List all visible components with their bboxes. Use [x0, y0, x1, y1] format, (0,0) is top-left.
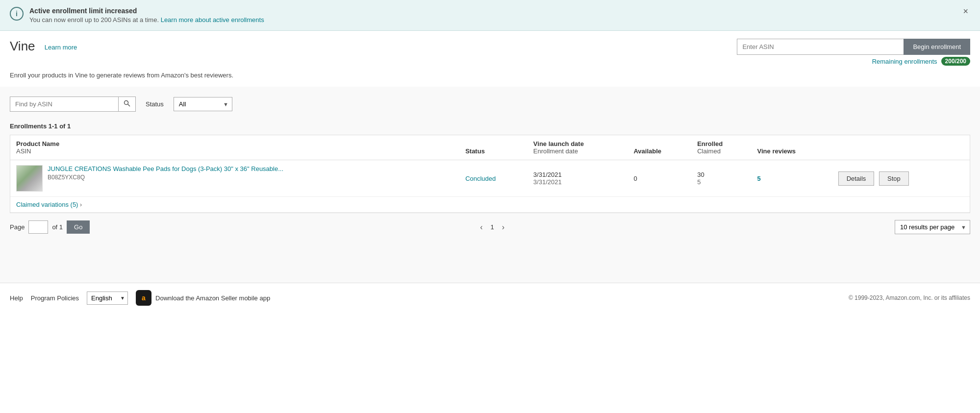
product-name-link[interactable]: JUNGLE CREATIONS Washable Pee Pads for D…	[48, 165, 283, 172]
banner-title: Active enrollment limit increased	[29, 7, 264, 15]
header-right: Begin enrollment Remaining enrollments 2…	[737, 39, 970, 66]
learn-more-link[interactable]: Learn more	[45, 44, 77, 51]
banner-content: i Active enrollment limit increased You …	[10, 7, 264, 24]
claimed-variations-link[interactable]: Claimed variations (5) ›	[16, 201, 82, 208]
header-area: Vine Learn more Begin enrollment Remaini…	[0, 31, 980, 70]
vine-reviews-link[interactable]: 5	[757, 175, 761, 182]
copyright: © 1999-2023, Amazon.com, Inc. or its aff…	[849, 294, 970, 301]
col-product: Product Name ASIN	[10, 135, 459, 160]
col-available: Available	[628, 135, 691, 160]
vine-reviews-cell: 5	[752, 160, 832, 197]
product-info: JUNGLE CREATIONS Washable Pee Pads for D…	[48, 165, 283, 181]
page-center: ‹ 1 ›	[477, 222, 507, 233]
claimed-value: 5	[697, 178, 745, 186]
vine-launch-date: 3/31/2021	[533, 171, 622, 178]
language-select-wrapper: English Español Français ▼	[87, 292, 128, 305]
variations-cell: Claimed variations (5) ›	[10, 197, 970, 213]
enrolled-value: 30	[697, 171, 745, 178]
enrollment-date: 3/31/2021	[533, 178, 622, 186]
close-button[interactable]: ×	[961, 7, 970, 16]
product-cell-inner: JUNGLE CREATIONS Washable Pee Pads for D…	[16, 165, 453, 192]
enrollment-row: Begin enrollment	[737, 39, 970, 55]
begin-enrollment-button[interactable]: Begin enrollment	[904, 39, 970, 55]
product-thumbnail	[16, 165, 43, 192]
col-status: Status	[459, 135, 528, 160]
search-icon	[124, 100, 130, 107]
product-asin: B08Z5YXC8Q	[48, 174, 283, 181]
stop-button[interactable]: Stop	[879, 171, 909, 186]
enrollments-table: Product Name ASIN Status Vine launch dat…	[10, 135, 970, 213]
app-download: a Download the Amazon Seller mobile app	[136, 290, 270, 306]
page-input[interactable]: 1	[28, 220, 48, 234]
asin-input[interactable]	[737, 39, 904, 55]
subtitle: Enroll your products in Vine to generate…	[0, 70, 980, 87]
dates-cell: 3/31/2021 3/31/2021	[528, 160, 628, 197]
amazon-app-icon: a	[136, 290, 151, 306]
footer-left: Help Program Policies English Español Fr…	[10, 290, 270, 306]
filter-row: Status All Active Concluded Paused ▼	[10, 92, 970, 117]
program-policies-link[interactable]: Program Policies	[31, 294, 79, 302]
results-per-page-wrapper: 10 results per page 25 results per page …	[895, 220, 970, 234]
col-actions	[832, 135, 970, 160]
svg-line-1	[128, 104, 130, 107]
enrolled-claimed-cell: 30 5	[691, 160, 751, 197]
main-content: Status All Active Concluded Paused ▼ Enr…	[0, 87, 980, 283]
prev-page-button[interactable]: ‹	[477, 222, 485, 233]
search-button[interactable]	[118, 97, 135, 111]
product-image	[17, 166, 42, 191]
remaining-row: Remaining enrollments 200/200	[872, 57, 970, 66]
col-enrolled-claimed: Enrolled Claimed	[691, 135, 751, 160]
help-link[interactable]: Help	[10, 294, 23, 302]
pagination-area: Page 1 of 1 Go ‹ 1 › 10 results per page…	[10, 213, 970, 237]
next-page-button[interactable]: ›	[499, 222, 507, 233]
col-launch-date: Vine launch date Enrollment date	[528, 135, 628, 160]
table-wrapper: Product Name ASIN Status Vine launch dat…	[10, 135, 970, 213]
banner-text: Active enrollment limit increased You ca…	[29, 7, 264, 24]
details-button[interactable]: Details	[838, 171, 875, 186]
status-label: Status	[146, 100, 164, 108]
banner-description: You can now enroll up to 200 ASINs at a …	[29, 16, 159, 24]
banner-link[interactable]: Learn more about active enrollments	[161, 16, 264, 24]
table-header-row: Product Name ASIN Status Vine launch dat…	[10, 135, 970, 160]
results-per-page-select[interactable]: 10 results per page 25 results per page …	[895, 220, 970, 234]
remaining-badge: 200/200	[941, 57, 970, 66]
chevron-right-icon: ›	[80, 201, 82, 208]
status-cell: Concluded	[459, 160, 528, 197]
variations-row: Claimed variations (5) ›	[10, 197, 970, 213]
product-cell: JUNGLE CREATIONS Washable Pee Pads for D…	[10, 160, 459, 197]
available-cell: 0	[628, 160, 691, 197]
notification-banner: i Active enrollment limit increased You …	[0, 0, 980, 31]
app-label: Download the Amazon Seller mobile app	[155, 294, 270, 302]
status-select[interactable]: All Active Concluded Paused	[174, 97, 232, 111]
remaining-label: Remaining enrollments	[872, 58, 937, 65]
table-row: JUNGLE CREATIONS Washable Pee Pads for D…	[10, 160, 970, 197]
enrollments-count: Enrollments 1-1 of 1	[10, 122, 970, 130]
footer: Help Program Policies English Español Fr…	[0, 283, 980, 313]
actions-cell: Details Stop	[832, 160, 970, 197]
col-vine-reviews: Vine reviews	[752, 135, 832, 160]
of-label: of 1	[52, 223, 63, 231]
search-input[interactable]	[10, 97, 118, 111]
title-area: Vine Learn more	[10, 39, 77, 54]
go-button[interactable]: Go	[67, 220, 90, 234]
variations-label: Claimed variations (	[16, 201, 73, 208]
search-wrapper	[10, 97, 136, 112]
info-icon: i	[10, 7, 24, 21]
page-left: Page 1 of 1 Go	[10, 220, 90, 234]
svg-point-0	[125, 101, 128, 105]
page-right: 10 results per page 25 results per page …	[895, 220, 970, 234]
status-link[interactable]: Concluded	[465, 175, 496, 182]
page-title: Vine Learn more	[10, 39, 77, 53]
page-label: Page	[10, 223, 25, 231]
current-page: 1	[491, 223, 494, 231]
language-select[interactable]: English Español Français	[87, 292, 128, 305]
status-select-wrapper: All Active Concluded Paused ▼	[174, 97, 232, 111]
